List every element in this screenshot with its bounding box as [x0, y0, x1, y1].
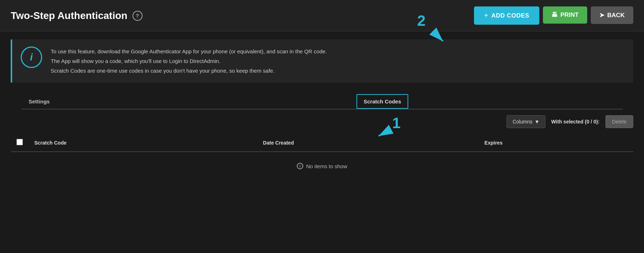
back-button[interactable]: ➤ BACK [591, 6, 633, 24]
info-text: To use this feature, download the Google… [51, 47, 327, 76]
no-items-text: No items to show [306, 163, 347, 169]
table-controls: Columns ▼ With selected (0 / 0): Delete [0, 110, 644, 134]
col-expires-label: Expires [484, 140, 503, 146]
no-items-row: i No items to show [11, 152, 633, 180]
col-date-created-label: Date Created [263, 140, 294, 146]
print-label: PRINT [560, 11, 579, 19]
info-line-2: The App will show you a code, which you'… [51, 56, 327, 66]
table-header: Scratch Code Date Created Expires [11, 134, 633, 152]
table-wrapper: Scratch Code Date Created Expires i N [11, 134, 633, 180]
scratch-codes-tab-label: Scratch Codes [364, 98, 401, 104]
add-codes-label: ADD CODES [491, 12, 529, 19]
select-all-checkbox[interactable] [16, 139, 23, 145]
no-items-icon: i [297, 163, 303, 169]
table-body: i No items to show [11, 152, 633, 180]
header: Two-Step Authentication ? + ADD CODES 🖶 … [0, 0, 644, 31]
info-line-3: Scratch Codes are one-time use codes in … [51, 66, 327, 76]
back-label: BACK [607, 12, 625, 19]
col-checkbox [11, 134, 29, 152]
columns-button[interactable]: Columns ▼ [506, 115, 545, 128]
tab-settings[interactable]: Settings [21, 94, 57, 109]
no-items-cell: i No items to show [11, 152, 633, 180]
back-arrow-icon: ➤ [599, 11, 604, 19]
help-icon[interactable]: ? [133, 11, 143, 21]
delete-label: Delete [612, 119, 626, 125]
add-codes-button[interactable]: + ADD CODES [474, 6, 539, 25]
info-circle-icon: i [21, 47, 42, 68]
print-button[interactable]: 🖶 PRINT [543, 6, 587, 24]
chevron-down-icon: ▼ [534, 119, 539, 125]
delete-button[interactable]: Delete [605, 115, 633, 128]
page-title: Two-Step Authentication [11, 10, 128, 21]
col-date-created: Date Created [257, 134, 479, 152]
tabs-container: Settings Scratch Codes [21, 91, 623, 110]
no-items-content: i No items to show [21, 163, 623, 169]
with-selected-label: With selected (0 / 0): [551, 119, 599, 125]
print-icon: 🖶 [551, 11, 558, 19]
col-expires: Expires [479, 134, 633, 152]
col-scratch-code: Scratch Code [29, 134, 257, 152]
columns-label: Columns [513, 119, 532, 125]
tabs-area: Settings Scratch Codes [11, 91, 633, 110]
plus-icon: + [484, 11, 488, 20]
scratch-codes-table: Scratch Code Date Created Expires i N [11, 134, 633, 180]
info-banner: i To use this feature, download the Goog… [11, 39, 633, 83]
settings-tab-label: Settings [29, 98, 50, 104]
header-left: Two-Step Authentication ? [11, 10, 143, 21]
tab-scratch-codes[interactable]: Scratch Codes [356, 94, 408, 109]
select-all-checkbox-cell[interactable] [16, 139, 23, 146]
header-actions: + ADD CODES 🖶 PRINT ➤ BACK [474, 6, 633, 25]
table-header-row: Scratch Code Date Created Expires [11, 134, 633, 152]
info-line-1: To use this feature, download the Google… [51, 47, 327, 56]
col-scratch-code-label: Scratch Code [34, 140, 66, 146]
page-wrapper: 2 1 Two-Step Authentication ? + ADD CODE… [0, 0, 644, 180]
